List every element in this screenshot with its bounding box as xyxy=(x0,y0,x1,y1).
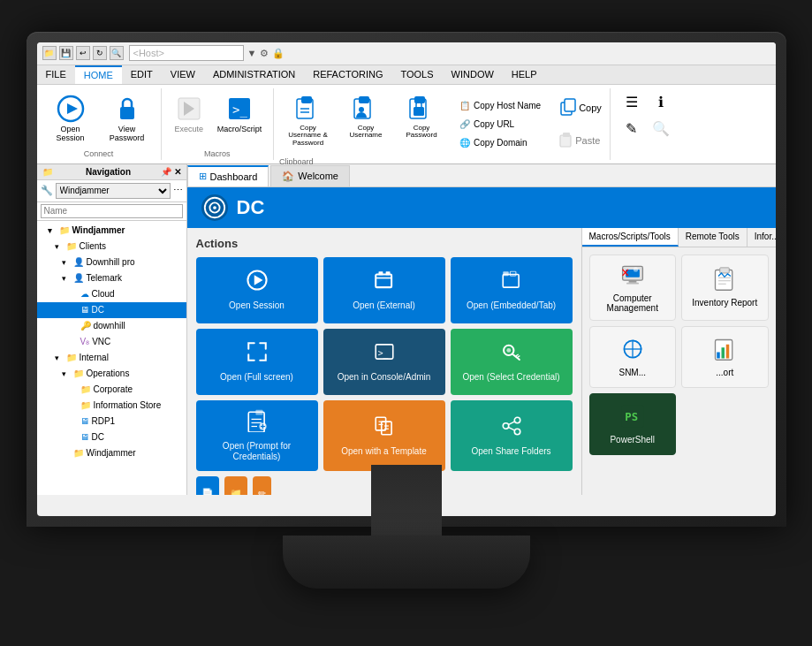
copy-password-button[interactable]: Copy Password xyxy=(395,90,448,145)
nav-dropdown-select[interactable]: Windjammer xyxy=(56,183,171,199)
action-open-fullscreen[interactable]: Open (Full screen) xyxy=(196,329,318,395)
action-bottom-3[interactable]: ✏ xyxy=(253,476,271,495)
menu-window[interactable]: WINDOW xyxy=(443,65,503,84)
tb-icon-dropdown[interactable]: ▼ xyxy=(247,48,257,58)
right-tab-info[interactable]: Infor... xyxy=(747,228,776,247)
tree-item-clients[interactable]: ▾ 📁 Clients xyxy=(37,239,186,255)
nav-close-icon[interactable]: ✕ xyxy=(174,167,181,177)
tool-computer-management[interactable]: Computer Management xyxy=(589,255,677,321)
menu-help[interactable]: HELP xyxy=(503,65,546,84)
execute-button[interactable]: Execute xyxy=(169,90,210,138)
action-open-template[interactable]: Open with a Template xyxy=(323,400,445,471)
tb-icon-lock[interactable]: 🔒 xyxy=(272,48,285,59)
right-panel: Macros/Scripts/Tools Remote Tools Infor.… xyxy=(581,228,776,495)
menu-view[interactable]: VIEW xyxy=(162,65,204,84)
quick-btn-4[interactable]: 🔍 xyxy=(648,117,674,141)
macros-label: Macros xyxy=(204,148,231,158)
tool-snm[interactable]: SNM... xyxy=(589,326,677,388)
quick-btn-3[interactable]: ✎ xyxy=(618,117,645,141)
spacer xyxy=(65,431,78,444)
copy-host-name-button[interactable]: 📋 Copy Host Name xyxy=(453,96,546,114)
action-open-prompt-creds[interactable]: Open (Prompt for Credentials) xyxy=(196,400,318,471)
tool-inventory-report[interactable]: Inventory Report xyxy=(681,255,769,321)
action-open-select-credential[interactable]: Open (Select Credential) xyxy=(451,329,573,395)
open-select-credential-tile-icon xyxy=(500,340,523,367)
tree-item-operations[interactable]: ▾ 📁 Operations xyxy=(37,366,186,382)
menu-edit[interactable]: EDIT xyxy=(122,65,162,84)
tree-item-corporate[interactable]: 📁 Corporate xyxy=(37,382,186,398)
tool-ort[interactable]: ...ort xyxy=(681,326,769,388)
quick-btn-1[interactable]: ☰ xyxy=(618,90,645,114)
menu-home[interactable]: HOME xyxy=(75,65,122,84)
tb-icon-search[interactable]: 🔍 xyxy=(110,46,124,60)
action-open-external[interactable]: Open (External) xyxy=(323,257,445,323)
action-open-session[interactable]: Open Session xyxy=(196,257,318,323)
host-input[interactable]: <Host> xyxy=(129,45,244,61)
tree-item-dc[interactable]: 🖥 DC xyxy=(37,302,186,318)
svg-text:>_: >_ xyxy=(377,348,388,359)
right-tab-macros[interactable]: Macros/Scripts/Tools xyxy=(582,228,679,247)
tree-item-downhill[interactable]: 🔑 downhill xyxy=(37,318,186,334)
view-password-icon xyxy=(113,95,141,123)
menu-refactoring[interactable]: REFACTORING xyxy=(304,65,391,84)
tree-item-dc2[interactable]: 🖥 DC xyxy=(37,429,186,445)
copy-url-icon: 🔗 xyxy=(459,118,471,130)
copy-username-password-button[interactable]: Copy Username & Password xyxy=(279,90,337,152)
action-bottom-1[interactable]: 📄 xyxy=(196,476,219,495)
nav-dropdown-icon[interactable]: ⋯ xyxy=(173,185,183,196)
copy-url-button[interactable]: 🔗 Copy URL xyxy=(453,115,546,133)
spacer xyxy=(65,336,78,348)
tree-item-vnc[interactable]: V₈ VNC xyxy=(37,334,186,350)
open-session-button[interactable]: Open Session xyxy=(44,90,97,147)
tb-icon-folder[interactable]: 📁 xyxy=(42,46,57,60)
quick-icon-1: ☰ xyxy=(626,94,638,110)
menu-file[interactable]: FILE xyxy=(37,65,75,84)
monitor-stand-neck xyxy=(371,465,442,536)
nav-filter-input[interactable] xyxy=(41,204,183,218)
tb-icon-settings[interactable]: ⚙ xyxy=(260,48,269,59)
tree-item-telemark[interactable]: ▾ 👤 Telemark xyxy=(37,270,186,286)
tb-icon-refresh[interactable]: ↻ xyxy=(93,46,107,60)
spacer xyxy=(65,288,78,300)
tree-item-cloud[interactable]: ☁ Cloud xyxy=(37,286,186,302)
copy-button[interactable]: Copy xyxy=(551,90,604,125)
copy-domain-button[interactable]: 🌐 Copy Domain xyxy=(453,133,546,151)
svg-rect-20 xyxy=(563,133,570,137)
svg-rect-31 xyxy=(503,271,509,276)
tab-dashboard[interactable]: ⊞ Dashboard xyxy=(187,165,269,186)
svg-point-23 xyxy=(213,206,216,209)
action-open-share-folders[interactable]: Open Share Folders xyxy=(451,400,573,471)
macro-script-button[interactable]: >_ Macro/Script xyxy=(213,90,266,138)
svg-rect-61 xyxy=(628,280,636,283)
tree-item-windjammer2[interactable]: 📁 Windjammer xyxy=(37,445,186,461)
tool-powershell[interactable]: PS PowerShell xyxy=(589,393,677,455)
tree-item-windjammer[interactable]: ▾ 📁 Windjammer xyxy=(37,223,186,239)
tree-item-info-store[interactable]: 📁 Information Store xyxy=(37,398,186,414)
tab-welcome[interactable]: 🏠 Welcome xyxy=(270,165,350,186)
quick-btn-2[interactable]: ℹ xyxy=(648,90,674,114)
paste-button[interactable]: Paste xyxy=(551,127,604,154)
svg-point-55 xyxy=(514,417,520,423)
action-bottom-2[interactable]: 📁 xyxy=(224,476,247,495)
tree-item-downhill-pro[interactable]: ▾ 👤 Downhill pro xyxy=(37,255,186,270)
folder-icon-windjammer: 📁 xyxy=(59,225,70,235)
right-tab-remote-tools[interactable]: Remote Tools xyxy=(679,228,747,247)
copy-username-button[interactable]: Copy Username xyxy=(339,90,392,145)
dashboard: DC Actions xyxy=(187,187,776,495)
action-open-console[interactable]: >_ Open in Console/Admin xyxy=(323,329,445,395)
tree-item-rdp1[interactable]: 🖥 RDP1 xyxy=(37,414,186,429)
action-open-embedded[interactable]: Open (Embedded/Tab) xyxy=(451,257,573,323)
tb-icon-save[interactable]: 💾 xyxy=(59,46,73,60)
monitor-stand-base xyxy=(283,536,530,589)
tree-item-internal[interactable]: ▾ 📁 Internal xyxy=(37,350,186,366)
nav-pin-icon[interactable]: 📌 xyxy=(161,167,171,177)
menu-administration[interactable]: ADMINISTRATION xyxy=(204,65,304,84)
menu-tools[interactable]: TOOLS xyxy=(391,65,442,84)
svg-text:PS: PS xyxy=(625,411,638,423)
svg-point-36 xyxy=(506,348,511,353)
rdp-icon-dc2: 🖥 xyxy=(80,432,89,442)
tb-icon-undo[interactable]: ↩ xyxy=(76,46,90,60)
clipboard-main-buttons: Copy Username & Password xyxy=(279,90,448,152)
view-password-button[interactable]: View Password xyxy=(101,90,154,147)
open-session-icon xyxy=(57,95,85,123)
